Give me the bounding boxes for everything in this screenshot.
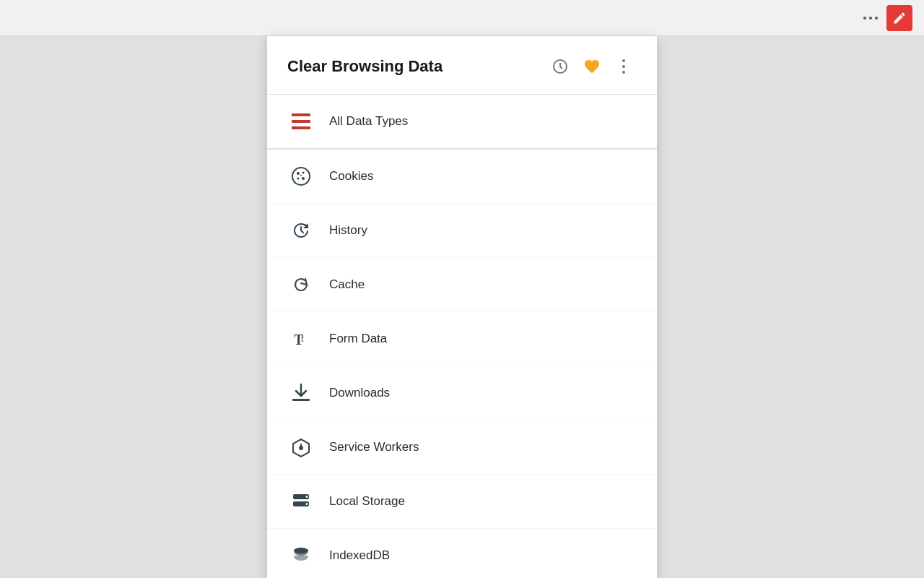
cache-label: Cache	[329, 277, 365, 292]
svg-rect-8	[292, 120, 310, 123]
menu-item-form-data[interactable]: T t Form Data	[267, 312, 657, 366]
local-storage-icon	[287, 488, 315, 515]
menu-item-cookies[interactable]: Cookies	[267, 150, 657, 204]
downloads-icon	[287, 379, 315, 407]
cookie-icon	[287, 163, 315, 190]
header-icons	[547, 53, 637, 79]
menu-item-service-workers[interactable]: Service Workers	[267, 420, 657, 475]
all-data-types-label: All Data Types	[329, 114, 408, 129]
form-data-label: Form Data	[329, 332, 387, 346]
menu-item-indexeddb[interactable]: IndexedDB	[267, 529, 657, 578]
list-icon	[287, 108, 315, 135]
svg-text:t: t	[301, 333, 304, 344]
menu-item-history[interactable]: History	[267, 204, 657, 258]
formdata-icon: T t	[287, 325, 315, 353]
indexeddb-label: IndexedDB	[329, 548, 390, 563]
downloads-label: Downloads	[329, 386, 390, 400]
menu-item-all-data-types[interactable]: All Data Types	[267, 95, 657, 150]
panel-header: Clear Browsing Data	[267, 36, 657, 95]
svg-point-1	[869, 17, 872, 20]
svg-point-14	[302, 177, 305, 180]
svg-rect-7	[292, 113, 310, 116]
menu-item-cache[interactable]: Cache	[267, 258, 657, 312]
menu-list: All Data Types Cookies	[267, 95, 657, 578]
svg-point-15	[300, 175, 302, 176]
menu-item-downloads[interactable]: Downloads	[267, 366, 657, 420]
history-label: History	[329, 223, 367, 238]
more-options-button[interactable]	[611, 53, 637, 79]
local-storage-label: Local Storage	[329, 494, 405, 509]
svg-point-6	[622, 71, 625, 74]
service-workers-label: Service Workers	[329, 440, 419, 454]
svg-point-24	[306, 503, 308, 505]
svg-point-5	[622, 65, 625, 68]
svg-rect-9	[292, 126, 310, 129]
panel-title: Clear Browsing Data	[287, 57, 547, 76]
menu-item-local-storage[interactable]: Local Storage	[267, 475, 657, 529]
service-workers-icon	[287, 434, 315, 461]
history-icon	[287, 217, 315, 244]
clear-browsing-data-panel: Clear Browsing Data	[267, 36, 657, 578]
svg-point-4	[622, 59, 625, 62]
cookies-label: Cookies	[329, 169, 373, 184]
extension-icon[interactable]	[886, 5, 912, 31]
svg-rect-18	[292, 399, 310, 401]
svg-point-12	[302, 172, 305, 174]
svg-point-20	[299, 446, 303, 450]
svg-point-13	[297, 178, 300, 180]
svg-point-23	[306, 496, 308, 498]
cache-icon	[287, 271, 315, 298]
browser-more-button[interactable]	[858, 5, 884, 31]
favorites-heart-button[interactable]	[579, 53, 605, 79]
indexeddb-icon	[287, 542, 315, 569]
browser-toolbar	[0, 0, 924, 36]
history-clock-button[interactable]	[547, 53, 573, 79]
svg-point-11	[297, 172, 300, 175]
svg-point-0	[863, 17, 866, 20]
svg-point-2	[875, 17, 878, 20]
